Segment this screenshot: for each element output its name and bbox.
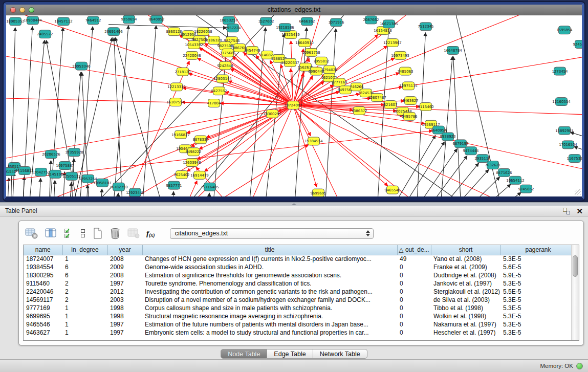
graph-edge[interactable] bbox=[187, 105, 293, 133]
column-header-year[interactable]: year bbox=[107, 245, 142, 255]
graph-node-15892901[interactable]: 15892901 bbox=[555, 126, 574, 135]
table-row[interactable]: 1830029562008Estimation of significance … bbox=[24, 271, 576, 279]
graph-edge[interactable] bbox=[38, 178, 40, 196]
graph-node-20691406[interactable]: 20691406 bbox=[104, 28, 123, 36]
graph-edge[interactable] bbox=[140, 26, 156, 196]
graph-node-9495786[interactable]: 9495786 bbox=[401, 112, 417, 120]
graph-node-7625402[interactable]: 7625402 bbox=[173, 170, 189, 179]
graph-edge[interactable] bbox=[293, 105, 311, 136]
graph-edge[interactable] bbox=[454, 184, 511, 196]
graph-edge[interactable] bbox=[291, 41, 293, 105]
graph-edge[interactable] bbox=[116, 193, 118, 196]
table-row[interactable]: 2242004622012Investigating the contribut… bbox=[24, 288, 576, 296]
graph-node-16648784[interactable]: 16648784 bbox=[444, 46, 462, 54]
graph-node-9857771[interactable]: 9857771 bbox=[166, 181, 182, 189]
tab-node-table[interactable]: Node Table bbox=[221, 349, 267, 359]
graph-edge[interactable] bbox=[293, 105, 467, 196]
graph-node-8640052[interactable]: 8640052 bbox=[148, 15, 164, 24]
graph-node-2087662[interactable]: 2087662 bbox=[363, 16, 379, 24]
graph-node-9242848[interactable]: 9242848 bbox=[217, 61, 233, 70]
graph-node-12923448[interactable]: 12923448 bbox=[126, 188, 144, 196]
graph-edge[interactable] bbox=[399, 149, 457, 196]
graph-node-17016504[interactable]: 17016504 bbox=[559, 141, 577, 149]
float-panel-icon[interactable] bbox=[563, 208, 570, 214]
graph-edge[interactable] bbox=[111, 26, 128, 196]
graph-node-20206526[interactable]: 20206526 bbox=[42, 150, 60, 159]
graph-node-621607[interactable]: 621607 bbox=[384, 101, 398, 109]
table-selector-dropdown[interactable]: citations_edges.txt bbox=[170, 228, 374, 239]
graph-node-9350654[interactable]: 9350654 bbox=[121, 15, 137, 24]
graph-edge[interactable] bbox=[196, 167, 272, 196]
graph-edge[interactable] bbox=[188, 74, 293, 105]
column-header-short[interactable]: short bbox=[431, 245, 500, 255]
graph-node-6794024[interactable]: 6794024 bbox=[321, 65, 338, 74]
function-builder-icon[interactable]: f(x) bbox=[146, 229, 155, 238]
table-row[interactable]: 1456911722003Disruption of a novel membe… bbox=[24, 296, 576, 304]
graph-edge[interactable] bbox=[99, 189, 102, 196]
graph-edge[interactable] bbox=[134, 144, 309, 196]
graph-node-8454749[interactable]: 8454749 bbox=[244, 46, 260, 54]
graph-edge[interactable] bbox=[69, 182, 71, 196]
graph-edge[interactable] bbox=[115, 37, 170, 196]
graph-node-7485063[interactable]: 7485063 bbox=[397, 67, 413, 75]
network-canvas[interactable]: 1872400788601288912954182260589827509818… bbox=[6, 15, 582, 196]
graph-node-7632621[interactable]: 7632621 bbox=[485, 161, 500, 169]
graph-node-7386372[interactable]: 7386372 bbox=[351, 106, 367, 115]
column-header-name[interactable]: name bbox=[24, 245, 62, 255]
graph-node-9245052[interactable]: 9245052 bbox=[573, 40, 582, 49]
graph-node-9463627[interactable]: 9463627 bbox=[402, 97, 418, 105]
graph-node-1527602[interactable]: 1527602 bbox=[258, 17, 274, 26]
graph-node-9699695[interactable]: 9699695 bbox=[310, 189, 326, 196]
graph-node-8860128[interactable]: 8860128 bbox=[166, 28, 182, 36]
graph-node-16782759[interactable]: 16782759 bbox=[110, 183, 128, 191]
graph-edge[interactable] bbox=[52, 180, 55, 196]
graph-edge[interactable] bbox=[421, 163, 478, 196]
graph-edge[interactable] bbox=[293, 105, 582, 183]
table-row[interactable]: 1938455462009Genome-wide association stu… bbox=[24, 263, 576, 271]
graph-edge[interactable] bbox=[293, 15, 582, 105]
column-header-pagerank[interactable]: pagerank bbox=[500, 245, 576, 255]
window-resize-grip[interactable] bbox=[575, 189, 581, 195]
table-row[interactable]: 969969511998Structural magnetic resonanc… bbox=[24, 312, 576, 320]
graph-node-20053346[interactable]: 20053346 bbox=[72, 62, 91, 70]
graph-node-7955812[interactable]: 7955812 bbox=[313, 57, 329, 65]
graph-edge[interactable] bbox=[293, 105, 364, 196]
graph-node-1273454[interactable]: 1273454 bbox=[552, 67, 568, 75]
graph-edge[interactable] bbox=[377, 135, 435, 196]
table-settings-icon[interactable] bbox=[25, 228, 38, 239]
graph-edge[interactable] bbox=[85, 185, 88, 196]
graph-node-16107554[interactable]: 16107554 bbox=[166, 98, 185, 106]
graph-node-1595854[interactable]: 1595854 bbox=[556, 26, 573, 34]
graph-node-8471626[interactable]: 8471626 bbox=[496, 168, 512, 177]
graph-node-1145190[interactable]: 1145190 bbox=[47, 170, 63, 178]
graph-node-1167533[interactable]: 1167533 bbox=[567, 155, 582, 163]
column-header-in_degree[interactable]: in_degree bbox=[62, 245, 107, 255]
table-row[interactable]: 946554611997Estimation of the future num… bbox=[24, 320, 576, 329]
graph-edge[interactable] bbox=[570, 133, 582, 141]
delete-table-icon[interactable] bbox=[110, 227, 121, 239]
graph-node-7957224[interactable]: 7957224 bbox=[225, 24, 241, 32]
graph-node-8498222[interactable]: 8498222 bbox=[185, 148, 201, 156]
tab-edge-table[interactable]: Edge Table bbox=[267, 349, 313, 359]
column-header-out_de[interactable]: △ out_de... bbox=[397, 245, 431, 255]
graph-node-6466162[interactable]: 6466162 bbox=[299, 17, 315, 26]
graph-node-2718120[interactable]: 2718120 bbox=[175, 68, 190, 76]
graph-node-7512345[interactable]: 7512345 bbox=[418, 23, 433, 31]
graph-edge[interactable] bbox=[293, 105, 569, 196]
tab-network-table[interactable]: Network Table bbox=[313, 349, 367, 359]
graph-node-18226058[interactable]: 18226058 bbox=[194, 28, 212, 36]
graph-node-18908444[interactable]: 18908444 bbox=[24, 16, 42, 25]
graph-node-10653257[interactable]: 10653257 bbox=[220, 16, 238, 25]
graph-node-1071916[interactable]: 1071916 bbox=[328, 18, 344, 27]
graph-node-16914479[interactable]: 16914479 bbox=[190, 171, 209, 179]
graph-node-18905352[interactable]: 18905352 bbox=[6, 17, 25, 26]
graph-node-3175685[interactable]: 3175685 bbox=[220, 49, 235, 57]
graph-node-391540[interactable]: 391540 bbox=[6, 167, 16, 176]
graph-node-9115460[interactable]: 9115460 bbox=[418, 103, 433, 111]
graph-node-9465546[interactable]: 9465546 bbox=[384, 186, 400, 194]
table-row[interactable]: 1872400712008Changes of HCN gene express… bbox=[24, 255, 576, 263]
graph-node-2405572[interactable]: 2405572 bbox=[37, 30, 53, 38]
network-window-titlebar[interactable]: citations_edges.txt bbox=[6, 5, 582, 15]
graph-edge[interactable] bbox=[171, 191, 173, 196]
graph-node-9777169[interactable]: 9777169 bbox=[331, 78, 347, 86]
